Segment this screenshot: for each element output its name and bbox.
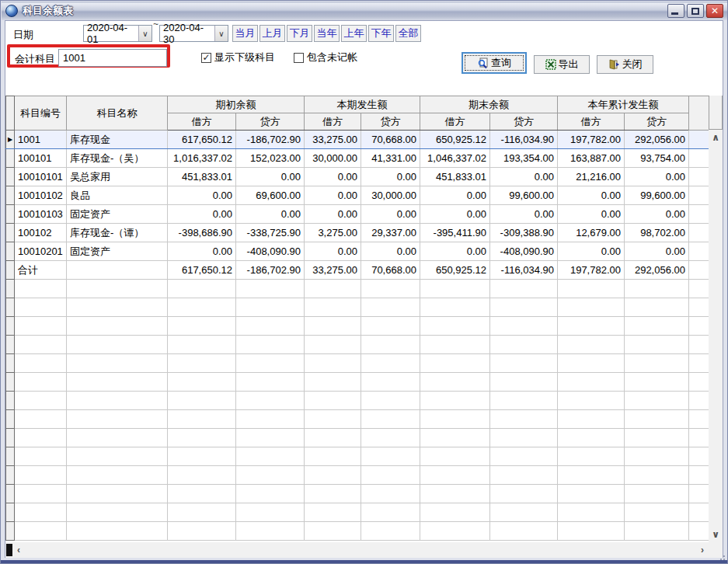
amount-cell[interactable]: 0.00: [305, 186, 361, 205]
quick-button-current-month[interactable]: 当月: [232, 25, 258, 42]
subheader-credit[interactable]: 贷方: [236, 113, 305, 131]
close-window-button[interactable]: 关闭: [597, 55, 653, 74]
table-row[interactable]: 10010103固定资产0.000.000.000.000.000.000.00…: [6, 205, 709, 224]
subheader-credit[interactable]: 贷方: [361, 113, 420, 131]
row-selector[interactable]: [6, 168, 15, 186]
amount-cell[interactable]: -338,725.90: [236, 224, 305, 242]
account-name-cell[interactable]: 库存现金-（谭）: [67, 224, 168, 242]
account-code-cell[interactable]: 100101: [15, 149, 67, 168]
scroll-down-button[interactable]: ∨: [709, 527, 723, 542]
amount-cell[interactable]: 0.00: [420, 205, 490, 224]
account-code-cell[interactable]: 1001: [15, 131, 67, 149]
horizontal-scrollbar-thumb[interactable]: [6, 544, 12, 556]
amount-cell[interactable]: 70,668.00: [361, 131, 420, 149]
amount-cell[interactable]: 0.00: [305, 205, 361, 224]
amount-cell[interactable]: 617,650.12: [168, 261, 236, 280]
account-input[interactable]: 1001: [58, 49, 167, 67]
table-row[interactable]: 10010102良品0.0069,600.000.0030,000.000.00…: [6, 186, 709, 205]
group-header-period-amount[interactable]: 本期发生额: [305, 96, 420, 113]
subheader-credit[interactable]: 贷方: [490, 113, 558, 131]
amount-cell[interactable]: 93,754.00: [625, 149, 689, 168]
amount-cell[interactable]: 0.00: [361, 168, 420, 186]
table-row[interactable]: 100101库存现金-（吴）1,016,337.02152,023.0030,0…: [6, 149, 709, 168]
amount-cell[interactable]: 0.00: [236, 205, 305, 224]
maximize-button[interactable]: [687, 4, 704, 18]
include-unposted-option[interactable]: ✓ 包含未记帐: [294, 50, 357, 64]
account-name-cell[interactable]: [67, 261, 168, 280]
amount-cell[interactable]: 0.00: [490, 168, 558, 186]
show-sub-accounts-option[interactable]: ✓ 显示下级科目: [201, 50, 275, 64]
amount-cell[interactable]: 30,000.00: [305, 149, 361, 168]
quick-button-next-year[interactable]: 下年: [368, 25, 394, 42]
subheader-debit[interactable]: 借方: [558, 113, 625, 131]
amount-cell[interactable]: 99,600.00: [625, 186, 689, 205]
amount-cell[interactable]: 0.00: [558, 242, 625, 261]
query-button[interactable]: 查询: [462, 52, 527, 74]
account-code-cell[interactable]: 10010103: [15, 205, 67, 224]
amount-cell[interactable]: 0.00: [168, 186, 236, 205]
vertical-scrollbar[interactable]: ∧ ∨: [709, 96, 723, 542]
amount-cell[interactable]: 152,023.00: [236, 149, 305, 168]
amount-cell[interactable]: 30,000.00: [361, 186, 420, 205]
account-name-cell[interactable]: 库存现金: [67, 131, 168, 149]
amount-cell[interactable]: 99,600.00: [490, 186, 558, 205]
amount-cell[interactable]: 0.00: [490, 205, 558, 224]
account-name-cell[interactable]: 库存现金-（吴）: [67, 149, 168, 168]
row-selector[interactable]: [6, 242, 15, 261]
show-sub-accounts-checkbox[interactable]: ✓: [201, 53, 211, 63]
table-row[interactable]: 10010101吴总家用451,833.010.000.000.00451,83…: [6, 168, 709, 186]
group-header-opening-balance[interactable]: 期初余额: [168, 96, 305, 113]
account-code-cell[interactable]: 10010102: [15, 186, 67, 205]
amount-cell[interactable]: -395,411.90: [420, 224, 490, 242]
amount-cell[interactable]: 0.00: [558, 186, 625, 205]
account-code-cell[interactable]: 合计: [15, 261, 67, 280]
table-row[interactable]: ▶1001库存现金617,650.12-186,702.9033,275.007…: [6, 131, 709, 149]
amount-cell[interactable]: 21,216.00: [558, 168, 625, 186]
table-row[interactable]: 100102库存现金-（谭）-398,686.90-338,725.903,27…: [6, 224, 709, 242]
row-selector[interactable]: [6, 205, 15, 224]
amount-cell[interactable]: 33,275.00: [305, 261, 361, 280]
amount-cell[interactable]: -309,388.90: [490, 224, 558, 242]
column-header-code[interactable]: 科目编号: [15, 96, 67, 131]
close-button[interactable]: ✕: [706, 4, 723, 18]
amount-cell[interactable]: 292,056.00: [625, 131, 689, 149]
amount-cell[interactable]: 0.00: [625, 205, 689, 224]
amount-cell[interactable]: 292,056.00: [625, 261, 689, 280]
amount-cell[interactable]: 0.00: [361, 242, 420, 261]
amount-cell[interactable]: 650,925.12: [420, 131, 490, 149]
amount-cell[interactable]: 617,650.12: [168, 131, 236, 149]
export-button[interactable]: 导出: [534, 55, 590, 74]
amount-cell[interactable]: -408,090.90: [236, 242, 305, 261]
amount-cell[interactable]: 1,046,337.02: [420, 149, 490, 168]
amount-cell[interactable]: 0.00: [305, 242, 361, 261]
amount-cell[interactable]: 0.00: [420, 242, 490, 261]
amount-cell[interactable]: 98,702.00: [625, 224, 689, 242]
amount-cell[interactable]: 70,668.00: [361, 261, 420, 280]
subheader-debit[interactable]: 借方: [168, 113, 236, 131]
amount-cell[interactable]: 33,275.00: [305, 131, 361, 149]
amount-cell[interactable]: 0.00: [625, 168, 689, 186]
quick-button-current-year[interactable]: 当年: [314, 25, 340, 42]
amount-cell[interactable]: -186,702.90: [236, 261, 305, 280]
table-row[interactable]: 10010201固定资产0.00-408,090.900.000.000.00-…: [6, 242, 709, 261]
amount-cell[interactable]: 163,887.00: [558, 149, 625, 168]
current-row-pointer[interactable]: ▶: [6, 131, 15, 149]
amount-cell[interactable]: 0.00: [558, 205, 625, 224]
amount-cell[interactable]: 0.00: [168, 205, 236, 224]
amount-cell[interactable]: 197,782.00: [558, 131, 625, 149]
date-to-dropdown[interactable]: 2020-04-30 ∨: [159, 25, 228, 42]
account-code-cell[interactable]: 10010101: [15, 168, 67, 186]
row-selector[interactable]: [6, 261, 15, 280]
subheader-debit[interactable]: 借方: [305, 113, 361, 131]
account-code-cell[interactable]: 10010201: [15, 242, 67, 261]
amount-cell[interactable]: -408,090.90: [490, 242, 558, 261]
quick-button-prev-month[interactable]: 上月: [260, 25, 285, 42]
amount-cell[interactable]: 451,833.01: [168, 168, 236, 186]
amount-cell[interactable]: 193,354.00: [490, 149, 558, 168]
column-header-name[interactable]: 科目名称: [67, 96, 168, 131]
quick-button-all[interactable]: 全部: [395, 25, 421, 42]
row-selector[interactable]: [6, 186, 15, 205]
quick-button-next-month[interactable]: 下月: [287, 25, 312, 42]
group-header-ending-balance[interactable]: 期末余额: [420, 96, 558, 113]
amount-cell[interactable]: 0.00: [361, 205, 420, 224]
